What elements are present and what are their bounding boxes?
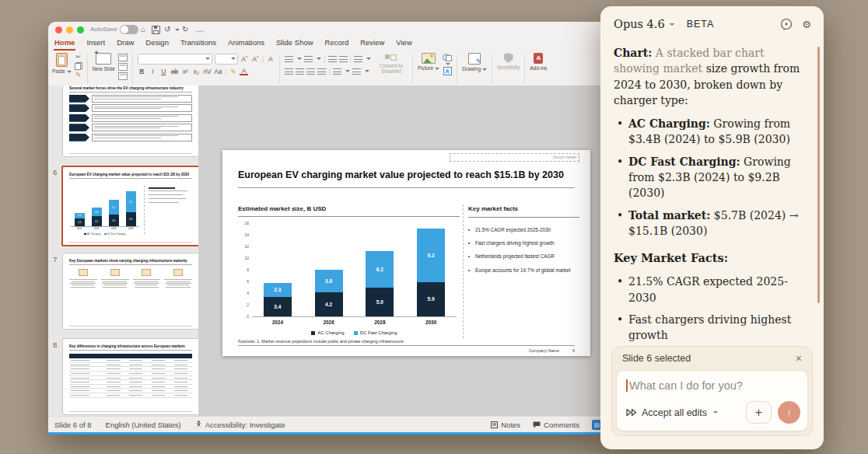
superscript-icon[interactable]: x² xyxy=(181,68,190,75)
text-direction-icon[interactable] xyxy=(333,68,341,75)
tab-review[interactable]: Review xyxy=(359,37,385,49)
y-axis-tick: 10 xyxy=(238,256,249,260)
tab-record[interactable]: Record xyxy=(324,37,350,49)
zoom-window-button[interactable] xyxy=(77,26,84,33)
sensitivity-button[interactable]: Sensitivity xyxy=(497,51,520,70)
shapes-icon[interactable] xyxy=(443,54,452,61)
accept-all-edits-button[interactable]: Accept all edits xyxy=(626,407,718,418)
close-icon[interactable]: × xyxy=(796,353,802,364)
notes-toggle[interactable]: Notes xyxy=(491,421,520,429)
redo-icon[interactable]: ↻ xyxy=(182,24,188,34)
convert-to-smartart-button[interactable]: Convert to SmartArt xyxy=(375,51,408,74)
picture-button[interactable]: Picture xyxy=(418,51,439,71)
slide-thumbnail-8[interactable]: Key differences in charging infrastructu… xyxy=(62,338,199,415)
chart-header[interactable]: Estimated market size, B USD xyxy=(238,205,326,212)
increase-indent-icon[interactable] xyxy=(339,56,348,62)
home-icon[interactable]: ⌂ xyxy=(141,24,145,34)
decrease-indent-icon[interactable] xyxy=(328,56,337,62)
stacked-bar-chart[interactable]: 16141210864202.33.43.84.26.25.09.25.9202… xyxy=(238,222,460,340)
bar-2028[interactable]: 6.25.0 xyxy=(366,251,394,316)
key-market-facts-block[interactable]: Key market facts 21.5% CAGR expected 202… xyxy=(468,205,579,281)
numbering-icon[interactable] xyxy=(304,56,313,62)
highlight-icon[interactable]: ✎ xyxy=(229,68,237,75)
align-left-icon[interactable] xyxy=(285,68,293,75)
text-box-icon[interactable]: A xyxy=(443,67,452,75)
drawing-button[interactable]: Drawing xyxy=(462,51,487,72)
bullets-icon[interactable] xyxy=(285,56,293,62)
tab-draw[interactable]: Draw xyxy=(116,37,135,49)
minimize-window-button[interactable] xyxy=(66,26,73,33)
increase-font-icon[interactable]: Aˆ xyxy=(240,55,249,63)
bar-2024[interactable]: 2.33.4 xyxy=(264,283,292,316)
settings-gear-icon[interactable]: ⚙ xyxy=(802,19,811,30)
new-slide-icon xyxy=(96,53,111,65)
justify-icon[interactable] xyxy=(317,68,326,75)
more-toolbar-icon[interactable]: … xyxy=(196,24,204,34)
subscript-icon[interactable]: x₂ xyxy=(192,68,201,75)
paste-button[interactable]: Paste xyxy=(52,51,72,74)
tab-view[interactable]: View xyxy=(395,37,412,49)
character-spacing-icon[interactable]: AV xyxy=(203,68,212,75)
line-spacing-icon[interactable] xyxy=(354,56,362,62)
bar-2026[interactable]: 3.84.2 xyxy=(315,270,343,316)
chart-legend: AC ChargingDC Fast Charging xyxy=(252,330,457,335)
copy-icon[interactable] xyxy=(75,62,82,70)
tab-home[interactable]: Home xyxy=(54,37,75,51)
slide-section-icon[interactable] xyxy=(118,72,128,80)
undo-icon[interactable]: ↺ xyxy=(164,24,170,34)
send-button[interactable]: ↑ xyxy=(778,401,800,424)
slide-layout-icon[interactable] xyxy=(118,54,128,61)
tab-transitions[interactable]: Transitions xyxy=(180,37,217,49)
y-axis-tick: 0 xyxy=(238,314,249,319)
language-status[interactable]: English (United States) xyxy=(106,421,181,429)
slide-thumbnail[interactable]: Several market forces drive the EV charg… xyxy=(62,86,199,157)
font-name-select[interactable] xyxy=(138,54,212,65)
autosave-toggle[interactable] xyxy=(120,25,138,34)
model-selector[interactable]: Opus 4.6 xyxy=(614,18,665,30)
slide-thumbnail-6[interactable]: European EV charging market value projec… xyxy=(61,166,199,246)
font-size-select[interactable] xyxy=(215,54,238,65)
cut-icon[interactable]: ✂ xyxy=(75,54,81,61)
tab-slide-show[interactable]: Slide Show xyxy=(275,37,314,49)
bullet-bold-label: DC Fast Charging: xyxy=(628,155,740,168)
reset-slide-icon[interactable] xyxy=(118,63,128,71)
text-cursor xyxy=(626,379,628,392)
tab-animations[interactable]: Animations xyxy=(227,37,265,49)
y-axis-tick: 8 xyxy=(238,267,249,272)
message-input[interactable]: What can I do for you? Accept all edits … xyxy=(616,370,808,431)
strikethrough-icon[interactable]: ab xyxy=(170,68,179,75)
tab-design[interactable]: Design xyxy=(145,37,170,49)
align-center-icon[interactable] xyxy=(296,68,304,75)
chat-history-icon[interactable] xyxy=(780,18,793,30)
slide-thumbnail-7[interactable]: Key European markets show varying chargi… xyxy=(62,253,199,330)
model-dropdown-chevron[interactable] xyxy=(670,23,674,26)
panel-scrollbar[interactable] xyxy=(817,47,820,303)
save-icon[interactable] xyxy=(152,26,160,34)
change-case-icon[interactable]: Aa xyxy=(214,68,222,75)
italic-icon[interactable]: I xyxy=(149,68,157,75)
format-painter-icon[interactable]: ✎ xyxy=(75,72,81,79)
close-window-button[interactable] xyxy=(55,26,62,33)
columns-icon[interactable] xyxy=(352,68,361,75)
comments-toggle[interactable]: Comments xyxy=(533,421,579,429)
text-box xyxy=(92,124,192,131)
new-slide-button[interactable]: New Slide xyxy=(93,51,115,72)
accept-dropdown-chevron[interactable] xyxy=(713,411,718,414)
font-color-icon[interactable]: A xyxy=(240,68,248,75)
addins-button[interactable]: A Add-ins xyxy=(530,51,547,71)
underline-icon[interactable]: U xyxy=(159,68,168,75)
tab-insert[interactable]: Insert xyxy=(86,37,106,49)
attach-button[interactable]: + xyxy=(746,401,772,424)
y-axis-tick: 12 xyxy=(238,244,249,249)
bar-2030[interactable]: 9.25.9 xyxy=(417,229,445,316)
decrease-font-icon[interactable]: Aˇ xyxy=(251,55,260,63)
accessibility-status[interactable]: Accessibility: Investigate xyxy=(195,421,285,429)
clear-formatting-icon[interactable]: A xyxy=(266,55,275,63)
align-right-icon[interactable] xyxy=(306,68,315,75)
section-marker-placeholder[interactable]: Section marker xyxy=(450,153,579,162)
facts-title-rule xyxy=(468,217,579,218)
undo-dropdown-chevron[interactable] xyxy=(175,29,180,31)
slide-6-editing-surface[interactable]: Section marker European EV charging mark… xyxy=(222,150,590,356)
bold-icon[interactable]: B xyxy=(138,68,146,75)
slide-title[interactable]: European EV charging market value projec… xyxy=(238,169,576,180)
